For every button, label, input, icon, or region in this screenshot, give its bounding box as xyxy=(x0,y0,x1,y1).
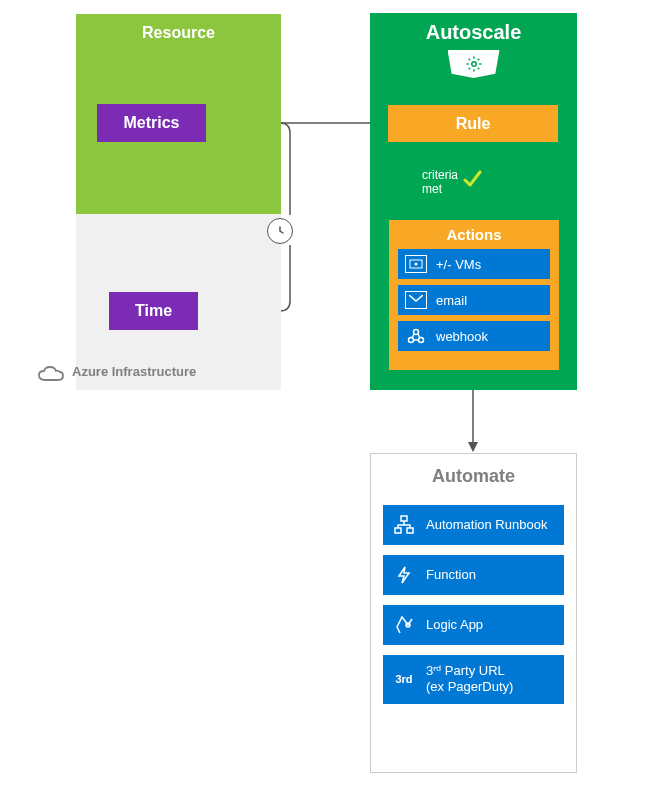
automate-label: Automation Runbook xyxy=(426,517,547,533)
cloud-icon xyxy=(37,365,65,383)
time-badge: Time xyxy=(109,292,198,330)
automate-title: Automate xyxy=(383,466,564,487)
svg-point-5 xyxy=(414,330,419,335)
action-webhook: webhook xyxy=(398,321,550,351)
actions-panel: Actions +/- VMs email webhook xyxy=(389,220,559,370)
checkmark-icon xyxy=(462,169,482,189)
action-email: email xyxy=(398,285,550,315)
svg-point-0 xyxy=(471,62,476,67)
metrics-badge: Metrics xyxy=(97,104,206,142)
svg-rect-6 xyxy=(401,516,407,521)
automate-logicapp: Logic App xyxy=(383,605,564,645)
automate-function: Function xyxy=(383,555,564,595)
autoscale-title: Autoscale xyxy=(370,13,577,44)
gear-icon xyxy=(448,50,500,78)
automate-thirdparty: 3rd 3ʳᵈ Party URL (ex PagerDuty) xyxy=(383,655,564,704)
email-icon xyxy=(405,291,427,309)
action-label: webhook xyxy=(436,329,488,344)
runbook-icon xyxy=(392,514,416,536)
webhook-icon xyxy=(405,327,427,345)
logicapp-icon xyxy=(392,614,416,636)
automate-label: 3ʳᵈ Party URL (ex PagerDuty) xyxy=(426,663,513,696)
action-vms: +/- VMs xyxy=(398,249,550,279)
action-label: email xyxy=(436,293,467,308)
vm-icon xyxy=(405,255,427,273)
svg-rect-7 xyxy=(395,528,401,533)
action-label: +/- VMs xyxy=(436,257,481,272)
actions-title: Actions xyxy=(398,226,550,243)
svg-rect-8 xyxy=(407,528,413,533)
thirdparty-icon: 3rd xyxy=(392,668,416,690)
svg-point-3 xyxy=(409,338,414,343)
automate-runbook: Automation Runbook xyxy=(383,505,564,545)
automate-panel: Automate Automation Runbook Function Log… xyxy=(370,453,577,773)
resource-title: Resource xyxy=(76,14,281,42)
automate-label: Function xyxy=(426,567,476,583)
clock-icon xyxy=(267,218,293,244)
infrastructure-label: Azure Infrastructure xyxy=(72,364,196,379)
criteria-met-label: criteria met xyxy=(422,168,458,197)
rule-badge: Rule xyxy=(388,105,558,142)
svg-point-2 xyxy=(415,263,418,266)
function-icon xyxy=(392,564,416,586)
svg-point-4 xyxy=(419,338,424,343)
automate-label: Logic App xyxy=(426,617,483,633)
